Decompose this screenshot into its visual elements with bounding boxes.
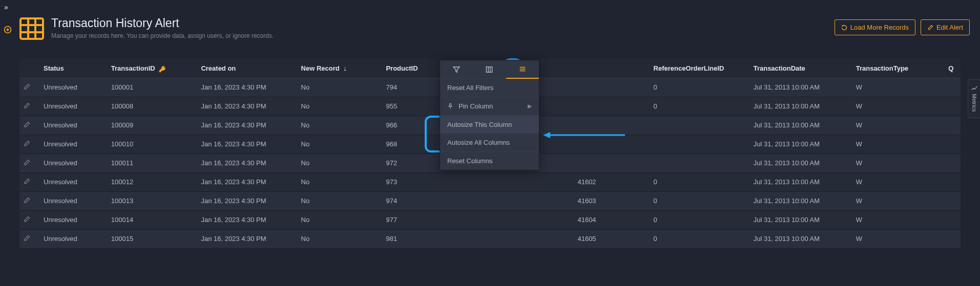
add-record-button[interactable] bbox=[4, 26, 12, 34]
cell-ref-order-id: 41604 bbox=[525, 210, 650, 229]
col-product-label: ProductID bbox=[386, 64, 418, 72]
metrics-side-tab[interactable]: Metrics bbox=[968, 79, 980, 118]
cell-ref-order-id: 41602 bbox=[525, 172, 650, 191]
cell-q bbox=[944, 116, 961, 135]
col-created-on[interactable]: Created on bbox=[197, 59, 297, 78]
svg-rect-9 bbox=[487, 67, 492, 72]
cell-new-record: No bbox=[297, 116, 382, 135]
cell-transaction-id: 100013 bbox=[107, 191, 197, 210]
cell-status: Unresolved bbox=[39, 78, 107, 97]
col-status[interactable]: Status bbox=[39, 59, 107, 78]
edit-alert-button[interactable]: Edit Alert bbox=[921, 19, 970, 35]
edit-alert-label: Edit Alert bbox=[936, 24, 963, 31]
menu-reset-columns-label: Reset Columns bbox=[447, 157, 493, 165]
col-edit-actions[interactable] bbox=[19, 59, 39, 78]
table-row[interactable]: Unresolved100014Jan 16, 2023 4:30 PMNo97… bbox=[19, 210, 961, 229]
cell-transaction-id: 100015 bbox=[107, 229, 197, 248]
cell-new-record: No bbox=[297, 135, 382, 153]
table-row[interactable]: Unresolved100012Jan 16, 2023 4:30 PMNo97… bbox=[19, 172, 961, 191]
edit-row-button[interactable] bbox=[19, 135, 39, 153]
cell-transaction-type: W bbox=[852, 97, 945, 116]
col-transaction-date[interactable]: TransactionDate bbox=[749, 59, 852, 78]
grid-icon bbox=[19, 16, 44, 41]
key-icon bbox=[159, 65, 166, 73]
menu-pin-column[interactable]: Pin Column ▶ bbox=[440, 97, 539, 115]
cell-new-record: No bbox=[297, 78, 382, 97]
cell-ref-order-line-id bbox=[650, 116, 749, 135]
table-row[interactable]: Unresolved100015Jan 16, 2023 4:30 PMNo98… bbox=[19, 229, 961, 248]
cell-ref-order-id: 41605 bbox=[525, 229, 650, 248]
cell-q bbox=[944, 78, 961, 97]
col-q[interactable]: Q bbox=[944, 59, 961, 78]
edit-row-button[interactable] bbox=[19, 97, 39, 116]
col-ttype-label: TransactionType bbox=[856, 64, 908, 72]
edit-row-button[interactable] bbox=[19, 116, 39, 135]
cell-status: Unresolved bbox=[39, 191, 107, 210]
cell-transaction-date: Jul 31, 2013 10:00 AM bbox=[749, 191, 852, 210]
cell-ref-order-line-id: 0 bbox=[650, 97, 749, 116]
expand-sidebar-button[interactable]: » bbox=[4, 3, 8, 11]
cell-created-on: Jan 16, 2023 4:30 PM bbox=[197, 153, 297, 172]
col-new-label: New Record bbox=[301, 64, 340, 72]
cell-q bbox=[944, 229, 961, 248]
edit-row-button[interactable] bbox=[19, 229, 39, 248]
pin-icon bbox=[447, 103, 453, 109]
cell-new-record: No bbox=[297, 191, 382, 210]
menu-autosize-this[interactable]: Autosize This Column bbox=[440, 116, 539, 134]
menu-autosize-all[interactable]: Autosize All Columns bbox=[440, 134, 539, 151]
cell-created-on: Jan 16, 2023 4:30 PM bbox=[197, 191, 297, 210]
col-transaction-id[interactable]: TransactionID bbox=[107, 59, 197, 78]
col-ref-order-line-id[interactable]: ReferenceOrderLineID bbox=[650, 59, 749, 78]
page-subtitle: Manage your records here. You can provid… bbox=[51, 32, 274, 39]
cell-transaction-type: W bbox=[852, 135, 945, 153]
cell-transaction-type: W bbox=[852, 116, 945, 135]
cell-status: Unresolved bbox=[39, 135, 107, 153]
cell-q bbox=[944, 135, 961, 153]
cell-transaction-date: Jul 31, 2013 10:00 AM bbox=[749, 78, 852, 97]
cell-transaction-date: Jul 31, 2013 10:00 AM bbox=[749, 116, 852, 135]
cell-new-record: No bbox=[297, 153, 382, 172]
cell-created-on: Jan 16, 2023 4:30 PM bbox=[197, 135, 297, 153]
edit-row-button[interactable] bbox=[19, 78, 39, 97]
load-more-button[interactable]: Load More Records bbox=[835, 19, 915, 35]
cell-transaction-type: W bbox=[852, 210, 945, 229]
metrics-icon bbox=[971, 85, 977, 92]
column-menu-tab-columns[interactable] bbox=[473, 60, 506, 78]
title-text: Transaction History Alert Manage your re… bbox=[51, 16, 274, 39]
col-status-label: Status bbox=[44, 64, 64, 72]
column-menu-tab-general[interactable] bbox=[506, 60, 539, 79]
menu-reset-columns[interactable]: Reset Columns bbox=[440, 152, 539, 170]
cell-transaction-id: 100012 bbox=[107, 172, 197, 191]
edit-row-button[interactable] bbox=[19, 172, 39, 191]
cell-status: Unresolved bbox=[39, 153, 107, 172]
cell-ref-order-line-id: 0 bbox=[650, 172, 749, 191]
header-actions: Load More Records Edit Alert bbox=[835, 19, 970, 35]
col-transaction-type[interactable]: TransactionType bbox=[852, 59, 945, 78]
cell-q bbox=[944, 97, 961, 116]
menu-reset-filters[interactable]: Reset All Filters bbox=[440, 79, 539, 97]
cell-transaction-date: Jul 31, 2013 10:00 AM bbox=[749, 210, 852, 229]
cell-created-on: Jan 16, 2023 4:30 PM bbox=[197, 97, 297, 116]
cell-new-record: No bbox=[297, 172, 382, 191]
cell-status: Unresolved bbox=[39, 172, 107, 191]
svg-marker-8 bbox=[453, 67, 460, 72]
edit-row-button[interactable] bbox=[19, 191, 39, 210]
cell-ref-order-line-id: 0 bbox=[650, 191, 749, 210]
page-title: Transaction History Alert bbox=[51, 16, 274, 30]
col-ref-order-id[interactable] bbox=[525, 59, 650, 78]
columns-icon bbox=[486, 66, 493, 73]
cell-transaction-type: W bbox=[852, 191, 945, 210]
column-menu-tab-filter[interactable] bbox=[440, 60, 473, 78]
cell-ref-order-id bbox=[525, 153, 650, 172]
table-row[interactable]: Unresolved100013Jan 16, 2023 4:30 PMNo97… bbox=[19, 191, 961, 210]
hamburger-icon bbox=[519, 65, 526, 73]
cell-transaction-id: 100014 bbox=[107, 210, 197, 229]
cell-product-id: 977 bbox=[382, 210, 524, 229]
cell-product-id: 981 bbox=[382, 229, 524, 248]
left-strip: » bbox=[0, 0, 14, 286]
edit-row-button[interactable] bbox=[19, 210, 39, 229]
cell-transaction-date: Jul 31, 2013 10:00 AM bbox=[749, 172, 852, 191]
edit-row-button[interactable] bbox=[19, 153, 39, 172]
cell-ref-order-id bbox=[525, 97, 650, 116]
col-new-record[interactable]: New Record ↓ bbox=[297, 59, 382, 78]
